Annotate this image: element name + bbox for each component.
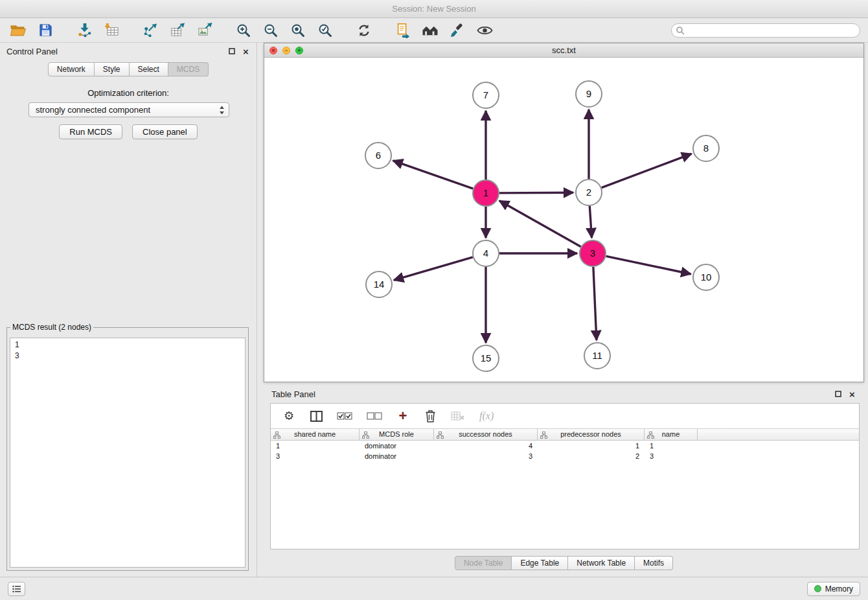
node-4[interactable]: 4 (473, 240, 499, 266)
delete-table-button[interactable] (451, 408, 465, 424)
close-panel-button[interactable]: Close panel (132, 124, 198, 139)
edge-3-1[interactable] (499, 201, 581, 247)
node-11[interactable]: 11 (584, 343, 610, 369)
task-history-button[interactable] (8, 582, 25, 596)
export-table-button[interactable] (166, 21, 189, 40)
mcds-result-title: MCDS result (2 nodes) (10, 323, 93, 332)
close-window-button[interactable]: × (269, 47, 277, 54)
zoom-selected-button[interactable] (314, 21, 337, 40)
table-cell[interactable]: 2 (538, 451, 645, 461)
float-control-panel-icon[interactable] (227, 47, 236, 56)
export-image-button[interactable] (193, 21, 216, 40)
import-table-button[interactable] (100, 21, 123, 40)
network-canvas[interactable]: 7968124314101511 (264, 58, 863, 382)
edge-3-10[interactable] (606, 256, 691, 274)
node-14[interactable]: 14 (366, 271, 392, 297)
table-tab-motifs[interactable]: Motifs (635, 556, 673, 570)
edge-1-6[interactable] (393, 161, 474, 189)
table-tab-edge-table[interactable]: Edge Table (512, 556, 568, 570)
svg-text:8: 8 (703, 143, 709, 154)
mcds-result-list[interactable]: 13 (10, 338, 246, 568)
export-network-button[interactable] (139, 21, 162, 40)
criterion-dropdown[interactable]: strongly connected component (29, 102, 229, 117)
column-header-predecessor-nodes[interactable]: predecessor nodes (538, 429, 645, 440)
table-cell[interactable]: 1 (538, 441, 645, 451)
control-panel-tabs: NetworkStyleSelectMCDS (0, 62, 257, 76)
save-session-button[interactable] (34, 21, 57, 40)
refresh-icon (357, 23, 371, 38)
edge-1-2[interactable] (499, 192, 573, 193)
tab-network[interactable]: Network (48, 62, 95, 76)
table-cell[interactable]: 3 (434, 451, 538, 461)
table-row[interactable]: 1dominator411 (271, 441, 859, 451)
close-table-panel-icon[interactable]: × (848, 390, 856, 398)
column-header-successor-nodes[interactable]: successor nodes (434, 429, 538, 440)
table-settings-button[interactable]: ⚙ (282, 408, 295, 424)
node-15[interactable]: 15 (473, 345, 499, 371)
network-window-titlebar[interactable]: × − + scc.txt (264, 43, 863, 58)
import-network-button[interactable] (73, 21, 96, 40)
zoom-in-button[interactable] (232, 21, 255, 40)
export-image-icon (198, 23, 212, 38)
network-graph: 7968124314101511 (264, 58, 863, 382)
edge-4-14[interactable] (394, 257, 473, 280)
node-7[interactable]: 7 (473, 82, 499, 108)
toggle-column-display-button[interactable] (310, 408, 323, 424)
show-graphics-details-button[interactable] (473, 21, 496, 40)
table-cell[interactable]: dominator (360, 451, 434, 461)
zoom-fit-button[interactable] (286, 21, 310, 40)
edge-2-3[interactable] (589, 206, 591, 238)
zoom-group (232, 21, 337, 40)
apply-style-button[interactable] (446, 21, 469, 40)
new-network-from-selection-button[interactable] (391, 21, 415, 40)
column-header-MCDS-role[interactable]: MCDS role (360, 429, 434, 440)
node-1[interactable]: 1 (473, 180, 499, 206)
node-10[interactable]: 10 (693, 264, 719, 290)
tab-style[interactable]: Style (95, 62, 130, 76)
svg-text:11: 11 (592, 350, 602, 361)
table-cell[interactable]: 4 (434, 441, 538, 451)
select-all-columns-button[interactable] (337, 408, 352, 424)
open-session-button[interactable] (6, 21, 30, 40)
maximize-window-button[interactable]: + (295, 47, 303, 54)
tab-select[interactable]: Select (130, 62, 168, 76)
float-table-panel-icon[interactable] (834, 390, 842, 398)
first-neighbors-button[interactable] (418, 21, 442, 40)
node-6[interactable]: 6 (365, 143, 391, 168)
tab-mcds[interactable]: MCDS (168, 62, 209, 76)
column-header-name[interactable]: name (645, 429, 698, 440)
table-cell[interactable]: 3 (271, 451, 360, 461)
table-cell[interactable]: 1 (271, 441, 360, 451)
minimize-window-button[interactable]: − (282, 47, 290, 54)
table-row[interactable]: 3dominator323 (271, 451, 859, 461)
layout-group (352, 21, 376, 40)
search-input[interactable] (671, 23, 860, 38)
table-tab-network-table[interactable]: Network Table (568, 556, 635, 570)
create-column-button[interactable]: + (396, 408, 409, 424)
zoom-out-button[interactable] (259, 21, 282, 40)
network-view-window: × − + scc.txt 7968124314101511 (264, 43, 864, 382)
table-cell[interactable]: dominator (360, 441, 434, 451)
svg-text:7: 7 (483, 89, 488, 100)
delete-columns-button[interactable] (424, 408, 437, 424)
node-8[interactable]: 8 (693, 135, 719, 161)
node-9[interactable]: 9 (576, 81, 602, 107)
houses-icon (422, 23, 439, 37)
apply-layout-button[interactable] (352, 21, 376, 40)
memory-button[interactable]: Memory (807, 582, 860, 596)
svg-text:9: 9 (586, 88, 591, 99)
unselect-all-columns-button[interactable] (367, 408, 382, 424)
table-cell[interactable]: 3 (645, 451, 698, 461)
save-icon (39, 23, 52, 37)
edge-3-11[interactable] (593, 267, 597, 340)
table-tab-node-table[interactable]: Node Table (455, 556, 512, 570)
function-builder-button[interactable]: f(x) (479, 408, 494, 424)
close-control-panel-icon[interactable]: × (242, 47, 250, 56)
table-cell[interactable]: 1 (645, 441, 698, 451)
column-type-icon (273, 432, 280, 439)
node-2[interactable]: 2 (576, 179, 602, 205)
node-3[interactable]: 3 (580, 240, 606, 266)
column-header-shared-name[interactable]: shared name (271, 429, 360, 440)
edge-2-8[interactable] (602, 154, 692, 187)
run-mcds-button[interactable]: Run MCDS (59, 124, 122, 139)
